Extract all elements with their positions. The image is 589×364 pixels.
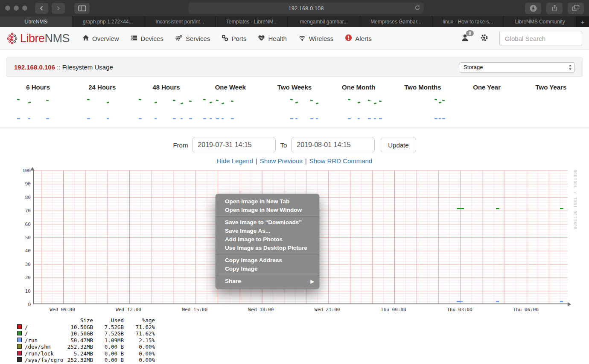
spark-blue-dash — [379, 118, 382, 119]
notification-badge: 0 — [466, 30, 474, 36]
period-label[interactable]: One Week — [198, 84, 262, 94]
sidebar-icon — [78, 5, 86, 12]
period-label[interactable]: One Year — [455, 84, 519, 94]
share-icon — [551, 4, 558, 12]
context-menu-item[interactable]: Open Image in New Tab — [216, 197, 319, 206]
period-label[interactable]: 6 Hours — [6, 84, 70, 94]
spark-blue-dash — [442, 118, 445, 119]
context-menu-item[interactable]: Add Image to Photos — [216, 235, 319, 244]
to-date-input[interactable] — [291, 138, 375, 152]
spark-green-dash — [316, 102, 318, 104]
context-menu-item[interactable]: Open Image in New Window — [216, 206, 319, 214]
librenms-logo[interactable]: LibreNMS — [7, 32, 70, 45]
context-menu-item[interactable]: Copy Image Address — [216, 256, 319, 265]
context-menu-item-label: Save Image to “Downloads” — [225, 218, 302, 227]
link-separator: | — [305, 157, 307, 165]
context-menu-item[interactable]: Share▶ — [216, 277, 319, 286]
minimize-window-button[interactable] — [14, 6, 19, 11]
graph-legend: SizeUsed%age/10.50GB7.52GB71.62%/10.50GB… — [17, 317, 589, 364]
nav-item-ports[interactable]: Ports — [222, 35, 246, 43]
context-menu-item[interactable]: Use Image as Desktop Picture — [216, 244, 319, 252]
period-thumbnail[interactable] — [70, 94, 134, 127]
close-window-button[interactable] — [5, 6, 10, 11]
period-thumbnail[interactable] — [262, 94, 327, 127]
settings-menu[interactable] — [480, 34, 488, 43]
period-label[interactable]: Two Weeks — [262, 84, 327, 94]
browser-tab[interactable]: graph.php 1.272×44... — [72, 16, 144, 27]
sidebar-toggle-button[interactable] — [74, 3, 90, 14]
x-tick-label: Wed 15:00 — [175, 307, 214, 312]
legend-row: /10.50GB7.52GB71.62% — [17, 324, 589, 331]
from-date-input[interactable] — [192, 138, 276, 152]
forward-button[interactable] — [52, 3, 65, 14]
period-column: 48 Hours — [134, 84, 198, 127]
graph-link-show-previous[interactable]: Show Previous — [260, 157, 303, 165]
rrdtool-watermark: RRDTOOL / TOBI OETIKER — [573, 170, 577, 230]
spark-blue-dash — [210, 118, 212, 119]
legend-swatch — [17, 357, 22, 362]
to-label: To — [280, 142, 287, 149]
y-axis-arrow — [30, 167, 35, 170]
browser-tab[interactable]: LibreNMS — [0, 16, 72, 27]
nav-item-overview[interactable]: Overview — [82, 35, 119, 43]
chevron-left-icon — [38, 5, 45, 12]
context-menu-item[interactable]: Save Image to “Downloads” — [216, 218, 319, 227]
nav-item-wireless[interactable]: Wireless — [298, 35, 334, 43]
period-label[interactable]: 48 Hours — [134, 84, 198, 94]
period-label[interactable]: Two Months — [391, 84, 455, 94]
legend-swatch-cell — [17, 344, 25, 350]
browser-tab[interactable]: Memproses Gambar... — [360, 16, 432, 27]
nav-item-devices[interactable]: Devices — [131, 35, 163, 43]
spark-blue-dash — [231, 118, 234, 119]
nav-item-services[interactable]: Services — [175, 35, 210, 43]
update-button[interactable]: Update — [381, 138, 416, 152]
tab-overview-button[interactable] — [568, 3, 584, 14]
context-menu-item[interactable]: Save Image As... — [216, 227, 319, 235]
downloads-button[interactable] — [525, 3, 541, 14]
period-label[interactable]: Two Years — [519, 84, 583, 94]
period-thumbnail[interactable] — [6, 94, 70, 127]
graph-link-hide-legend[interactable]: Hide Legend — [217, 157, 253, 165]
legend-swatch — [17, 324, 22, 329]
share-button[interactable] — [546, 3, 563, 14]
nav-item-health[interactable]: Health — [258, 35, 286, 43]
storage-select[interactable]: Storage — [459, 62, 575, 72]
browser-tab[interactable]: LibreNMS Community — [504, 16, 576, 27]
browser-tab[interactable]: linux - How to take s... — [432, 16, 504, 27]
period-label[interactable]: One Month — [327, 84, 391, 94]
period-thumbnail[interactable] — [519, 94, 583, 127]
back-button[interactable] — [35, 3, 48, 14]
context-menu-item[interactable]: Copy Image — [216, 265, 319, 273]
global-search-input[interactable] — [499, 31, 582, 46]
legend-name: / — [25, 324, 63, 330]
user-menu[interactable]: 0 — [461, 34, 469, 43]
period-thumbnail[interactable] — [327, 94, 391, 127]
period-label[interactable]: 24 Hours — [70, 84, 134, 94]
browser-tab[interactable]: Templates - LibreNM... — [216, 16, 288, 27]
period-thumbnail[interactable] — [134, 94, 198, 127]
browser-tab[interactable]: mengambil gambar... — [288, 16, 360, 27]
context-menu-group: Save Image to “Downloads”Save Image As..… — [216, 216, 319, 254]
legend-size: 50.47MB — [63, 337, 93, 344]
period-thumbnail[interactable] — [198, 94, 262, 127]
y-tick-label: 90 — [15, 181, 31, 187]
nav-item-alerts[interactable]: Alerts — [345, 34, 371, 43]
period-thumbnail[interactable] — [391, 94, 455, 127]
zoom-window-button[interactable] — [22, 6, 27, 11]
spark-blue-dash — [28, 118, 30, 119]
browser-tab[interactable]: Inconsistent port/int... — [144, 16, 216, 27]
device-ip-link[interactable]: 192.168.0.106 — [14, 64, 55, 71]
spark-green-dash — [203, 98, 205, 100]
spark-green-dash — [28, 101, 31, 103]
graph-link-show-rrd-command[interactable]: Show RRD Command — [309, 157, 373, 165]
legend-swatch — [17, 351, 22, 355]
address-bar[interactable]: 192.168.0.108 — [188, 3, 424, 14]
new-tab-button[interactable]: + — [576, 16, 589, 27]
period-thumbnail[interactable] — [455, 94, 519, 127]
spark-green-dash — [379, 100, 382, 102]
brand-nms: NMS — [45, 32, 70, 45]
chevron-right-icon — [55, 5, 61, 12]
context-menu-item-label: Open Image in New Tab — [225, 197, 289, 206]
reload-icon[interactable] — [414, 5, 420, 12]
context-menu-item-label: Add Image to Photos — [225, 235, 283, 244]
